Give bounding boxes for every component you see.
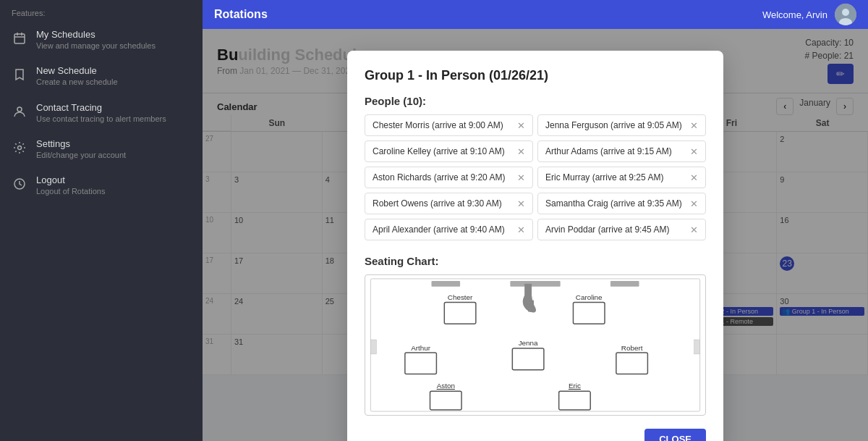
avatar [835,4,856,25]
remove-person-button[interactable]: ✕ [517,173,525,182]
sidebar-features-label: Features: [0,0,203,22]
svg-text:Robert: Robert [621,344,643,352]
svg-point-2 [18,146,22,149]
remove-person-button[interactable]: ✕ [690,147,698,156]
remove-person-button[interactable]: ✕ [517,199,525,209]
welcome-text: Welcome, Arvin [762,9,827,20]
close-button[interactable]: CLOSE [644,429,706,441]
person-chip-1: Jenna Ferguson (arrive at 9:05 AM) ✕ [537,114,706,136]
svg-text:Jenna: Jenna [519,339,538,347]
svg-rect-8 [510,281,560,287]
person-chip-5: Eric Murray (arrive at 9:25 AM) ✕ [537,167,706,188]
svg-rect-9 [431,281,460,287]
person-name: April Alexander (arrive at 9:40 AM) [373,224,505,235]
calendar-icon [12,30,27,46]
sidebar-item-title: Settings [36,138,126,149]
person-name: Jenna Ferguson (arrive at 9:05 AM) [545,120,682,130]
people-grid: Chester Morris (arrive at 9:00 AM) ✕ Jen… [365,114,706,240]
svg-rect-14 [444,303,476,324]
modal-overlay: Group 1 - In Person (01/26/21) People (1… [203,29,868,441]
svg-text:Aston: Aston [437,382,455,390]
person-chip-7: Samantha Craig (arrive at 9:35 AM) ✕ [537,193,706,214]
sidebar-item-title: Contact Tracing [36,102,166,113]
bookmark-icon [12,67,27,83]
svg-point-1 [17,107,22,112]
person-name: Caroline Kelley (arrive at 9:10 AM) [373,146,505,156]
svg-point-5 [842,9,849,16]
gear-icon [12,140,27,156]
modal-footer: CLOSE [365,420,706,441]
person-name: Arvin Poddar (arrive at 9:45 AM) [545,224,669,235]
remove-person-button[interactable]: ✕ [517,121,525,130]
svg-rect-26 [430,391,462,410]
remove-person-button[interactable]: ✕ [517,225,525,235]
svg-rect-24 [616,353,648,374]
svg-text:Arthur: Arthur [411,344,431,352]
svg-rect-10 [610,281,639,287]
person-name: Chester Morris (arrive at 9:00 AM) [373,120,503,130]
svg-rect-0 [14,34,25,43]
person-chip-4: Aston Richards (arrive at 9:20 AM) ✕ [365,167,533,188]
topbar-title: Rotations [214,8,268,21]
remove-person-button[interactable]: ✕ [690,225,698,235]
person-chip-0: Chester Morris (arrive at 9:00 AM) ✕ [365,114,533,136]
modal-title: Group 1 - In Person (01/26/21) [365,68,706,83]
svg-rect-20 [405,353,437,374]
person-name: Aston Richards (arrive at 9:20 AM) [373,172,505,182]
person-icon [12,104,27,119]
sidebar: Features: My Schedules View and manage y… [0,0,203,441]
person-chip-2: Caroline Kelley (arrive at 9:10 AM) ✕ [365,140,533,162]
remove-person-button[interactable]: ✕ [517,147,525,156]
person-chip-6: Robert Owens (arrive at 9:30 AM) ✕ [365,193,533,214]
sidebar-item-subtitle: View and manage your schedules [36,41,156,51]
svg-rect-12 [694,340,700,354]
remove-person-button[interactable]: ✕ [690,199,698,209]
sidebar-item-logout[interactable]: Logout Logout of Rotations [0,167,203,203]
person-chip-3: Arthur Adams (arrive at 9:15 AM) ✕ [537,140,706,162]
svg-rect-16 [573,303,605,324]
seating-section-title: Seating Chart: [365,255,706,267]
svg-text:Chester: Chester [448,293,473,301]
svg-rect-22 [512,348,544,370]
sidebar-item-new-schedule[interactable]: New Schedule Create a new schedule [0,58,203,94]
svg-text:Caroline: Caroline [576,293,603,301]
seating-chart: Chester Caroline Arthur Jenna [365,274,706,416]
sidebar-item-subtitle: Use contact tracing to alert members [36,114,166,124]
modal: Group 1 - In Person (01/26/21) People (1… [347,51,723,441]
sidebar-item-title: New Schedule [36,65,118,76]
remove-person-button[interactable]: ✕ [690,173,698,182]
main-content: Buuilding Schedule From Jan 01, 2021 — D… [203,29,868,441]
remove-person-button[interactable]: ✕ [690,121,698,130]
sidebar-item-subtitle: Edit/change your account [36,150,126,160]
person-name: Arthur Adams (arrive at 9:15 AM) [545,146,672,156]
sidebar-item-my-schedules[interactable]: My Schedules View and manage your schedu… [0,22,203,58]
svg-rect-28 [559,391,591,410]
svg-text:Eric: Eric [569,382,581,390]
sidebar-item-settings[interactable]: Settings Edit/change your account [0,131,203,167]
sidebar-item-subtitle: Logout of Rotations [36,186,105,196]
seating-svg: Chester Caroline Arthur Jenna [365,275,705,415]
person-chip-9: Arvin Poddar (arrive at 9:45 AM) ✕ [537,219,706,240]
sidebar-item-subtitle: Create a new schedule [36,77,118,87]
topbar: Rotations Welcome, Arvin [203,0,868,29]
people-section-title: People (10): [365,95,706,107]
person-name: Samantha Craig (arrive at 9:35 AM) [545,198,682,209]
sidebar-item-title: My Schedules [36,29,156,40]
person-name: Robert Owens (arrive at 9:30 AM) [373,198,502,209]
topbar-right: Welcome, Arvin [762,4,856,25]
logout-icon [12,176,27,192]
svg-rect-11 [370,340,376,354]
person-name: Eric Murray (arrive at 9:25 AM) [545,172,663,182]
sidebar-item-contact-tracing[interactable]: Contact Tracing Use contact tracing to a… [0,95,203,131]
person-chip-8: April Alexander (arrive at 9:40 AM) ✕ [365,219,533,240]
sidebar-item-title: Logout [36,175,105,185]
